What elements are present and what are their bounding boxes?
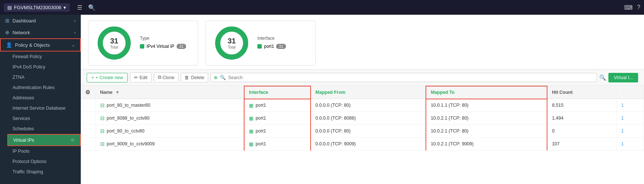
row-name-value: port_80_to_master80 — [107, 103, 151, 108]
row-action[interactable]: 1 — [617, 112, 644, 125]
sidebar-item-virtual-ips[interactable]: Virtual IPs ☆ — [7, 134, 81, 146]
row-name-value: port_8088_to_cctv80 — [107, 116, 150, 121]
legend-dot — [257, 44, 262, 49]
sidebar-sub-label: Internet Service Database — [12, 106, 66, 111]
vip-icon: ⊟ — [100, 115, 105, 121]
content-area: 31 Total Type IPv4 Virtual IP 31 — [81, 15, 644, 184]
sidebar-sub-label: Addresses — [12, 95, 34, 100]
table-container: ⚙ Name ▼ Interface Mapped From Mapped To… — [81, 86, 644, 184]
donut-center: 31 Total — [110, 37, 118, 49]
sidebar-item-ip-pools[interactable]: IP Pools — [7, 146, 81, 156]
col-header-hit-count: Hit Count — [547, 86, 616, 99]
star-icon[interactable]: ☆ — [70, 137, 75, 143]
row-action[interactable]: 1 — [617, 138, 644, 151]
edit-icon: ✏ — [134, 75, 138, 80]
hamburger-icon[interactable]: ☰ — [77, 4, 82, 11]
sidebar-item-label: Policy & Objects — [15, 42, 50, 48]
settings-icon[interactable]: ⚙ — [85, 89, 90, 95]
port-icon: ▦ — [249, 141, 253, 147]
device-selector[interactable]: ▤ FGVMSLTM23003006 ▾ — [4, 3, 70, 12]
col-header-interface: Interface — [244, 86, 311, 99]
row-name: ⊟ port_80_to_master80 — [96, 99, 244, 112]
vip-icon: ⊟ — [100, 141, 105, 147]
sidebar-sub-label: Firewall Policy — [12, 54, 42, 59]
row-name: ⊟ port_8088_to_cctv80 — [96, 112, 244, 124]
network-icon: ⊕ — [5, 29, 10, 35]
policy-submenu: Firewall Policy IPv4 DoS Policy ZTNA Aut… — [0, 52, 81, 177]
chevron-down-icon: ⌄ — [72, 43, 75, 47]
row-checkbox — [81, 138, 95, 151]
edit-button[interactable]: ✏ Edit — [130, 72, 152, 82]
port-icon: ▦ — [249, 128, 253, 134]
delete-icon: 🗑 — [185, 75, 189, 80]
sidebar-item-dashboard[interactable]: ⊞ Dashboard › — [0, 15, 81, 26]
interface-donut-chart: 31 Total — [213, 25, 250, 61]
row-mapped-from: 0.0.0.0 (TCP: 9009) — [311, 138, 426, 151]
sidebar-item-firewall-policy[interactable]: Firewall Policy — [7, 52, 81, 62]
type-chart-legend: Type IPv4 Virtual IP 31 — [140, 36, 186, 50]
sidebar-item-ztna[interactable]: ZTNA — [7, 72, 81, 82]
sidebar-item-services[interactable]: Services — [7, 113, 81, 124]
port-icon: ▦ — [249, 116, 253, 121]
filter-icon[interactable]: ▼ — [115, 90, 120, 95]
sidebar-item-ipv4-dos[interactable]: IPv4 DoS Policy — [7, 62, 81, 72]
row-action[interactable]: 1 — [617, 125, 644, 138]
policy-icon: 👤 — [6, 42, 12, 48]
sidebar-item-auth-rules[interactable]: Authentication Rules — [7, 82, 81, 93]
search-icon[interactable]: 🔍 — [88, 4, 95, 11]
search-submit-icon[interactable]: 🔍 — [599, 74, 606, 81]
interface-total-number: 31 — [228, 37, 236, 45]
sidebar-sub-label: ZTNA — [12, 75, 25, 80]
device-icon: ▤ — [7, 5, 12, 10]
vip-icon: ⊟ — [100, 128, 105, 134]
row-hit-count: 0 — [547, 125, 616, 138]
legend-item-ipv4: IPv4 Virtual IP 31 — [140, 44, 186, 49]
row-checkbox — [81, 125, 95, 138]
row-interface-value: port1 — [256, 128, 266, 134]
legend-badge: 31 — [276, 44, 286, 49]
sidebar-item-schedules[interactable]: Schedules — [7, 124, 81, 134]
terminal-icon[interactable]: ⌨ — [624, 4, 633, 11]
row-interface-value: port1 — [256, 116, 266, 121]
sidebar-item-internet-service-db[interactable]: Internet Service Database — [7, 103, 81, 113]
clone-button[interactable]: ⧉ Clone — [154, 72, 179, 82]
create-new-label: + Create new — [95, 75, 123, 80]
chevron-right-icon: › — [74, 18, 76, 23]
row-interface: ▦ port1 — [244, 112, 311, 125]
legend-label: IPv4 Virtual IP — [146, 44, 174, 49]
search-input[interactable] — [228, 75, 594, 80]
interface-chart-title: Interface — [257, 36, 286, 41]
sidebar: ⊞ Dashboard › ⊕ Network › 👤 Policy & Obj… — [0, 15, 81, 184]
create-new-button[interactable]: + + Create new — [87, 73, 128, 82]
row-name: ⊟ port_9009_to_cctv9009 — [96, 138, 244, 150]
sidebar-item-policy-objects[interactable]: 👤 Policy & Objects ⌄ — [0, 38, 81, 52]
main-layout: ⊞ Dashboard › ⊕ Network › 👤 Policy & Obj… — [0, 15, 644, 184]
search-box[interactable]: ⊕ 🔍 — [210, 73, 597, 82]
legend-dot — [140, 44, 144, 49]
virtual-ip-label: Virtual I... — [614, 75, 633, 80]
row-hit-count: 8,515 — [547, 99, 616, 112]
type-chart-card: 31 Total Type IPv4 Virtual IP 31 — [88, 21, 198, 66]
sidebar-item-protocol-options[interactable]: Protocol Options — [7, 156, 81, 167]
virtual-ip-button[interactable]: Virtual I... — [608, 73, 638, 82]
sidebar-sub-label: Protocol Options — [12, 159, 46, 164]
row-action[interactable]: 1 — [617, 99, 644, 112]
row-mapped-to: 10.0.2.1 (TCP: 80) — [426, 112, 547, 125]
row-interface: ▦ port1 — [244, 125, 311, 138]
sidebar-item-network[interactable]: ⊕ Network › — [0, 26, 81, 38]
clone-label: Clone — [163, 75, 175, 80]
donut-center: 31 Total — [228, 37, 236, 49]
type-chart-title: Type — [140, 36, 186, 41]
row-checkbox — [81, 99, 95, 112]
table-row: ⊟ port_9009_to_cctv9009 ▦ port1 0.0.0.0 … — [81, 138, 644, 151]
legend-item-port1: port1 31 — [257, 44, 286, 49]
sidebar-item-traffic-shaping[interactable]: Traffic Shaping — [7, 167, 81, 177]
chevron-right-icon: › — [74, 30, 76, 35]
sidebar-item-addresses[interactable]: Addresses — [7, 93, 81, 103]
port-icon: ▦ — [249, 103, 253, 108]
search-icon: ⊕ — [214, 75, 218, 80]
delete-button[interactable]: 🗑 Delete — [181, 73, 208, 82]
help-icon[interactable]: ? — [637, 4, 640, 11]
row-mapped-from: 0.0.0.0 (TCP: 80) — [311, 125, 426, 138]
row-name-value: port_80_to_cctv80 — [107, 128, 145, 134]
